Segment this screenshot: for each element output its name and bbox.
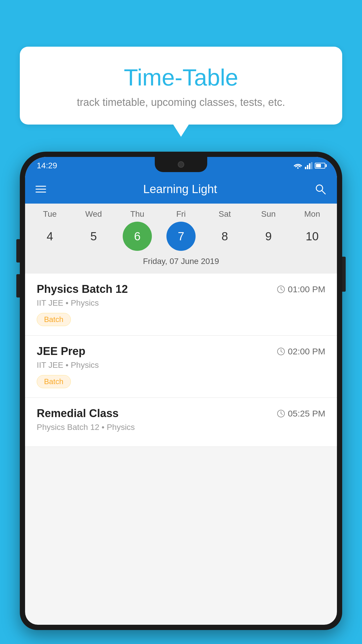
day-thu: Thu bbox=[118, 209, 156, 219]
date-9[interactable]: 9 bbox=[254, 222, 283, 251]
day-tue: Tue bbox=[31, 209, 69, 219]
date-4[interactable]: 4 bbox=[35, 222, 64, 251]
phone-notch bbox=[155, 157, 207, 172]
svg-line-9 bbox=[281, 289, 282, 290]
phone-outer: 14:29 bbox=[20, 152, 342, 630]
svg-line-6 bbox=[322, 190, 325, 194]
calendar-dates: 4 5 6 7 8 9 10 bbox=[25, 222, 337, 254]
schedule-title-2: JEE Prep bbox=[37, 345, 85, 358]
signal-icon bbox=[305, 162, 312, 169]
app-bar-title: Learning Light bbox=[46, 183, 314, 196]
clock-icon-2 bbox=[277, 347, 285, 356]
date-5[interactable]: 5 bbox=[79, 222, 108, 251]
status-icons bbox=[293, 162, 325, 169]
schedule-item-jee-prep[interactable]: JEE Prep 02:00 PM IIT JEE • Physics Batc… bbox=[25, 336, 337, 398]
day-sat: Sat bbox=[206, 209, 244, 219]
schedule-title-1: Physics Batch 12 bbox=[37, 283, 128, 295]
calendar-section: Tue Wed Thu Fri Sat Sun Mon 4 5 6 7 8 9 … bbox=[25, 204, 337, 274]
app-subtitle: track timetable, upcoming classes, tests… bbox=[31, 96, 331, 108]
day-mon: Mon bbox=[293, 209, 331, 219]
svg-point-0 bbox=[297, 167, 299, 169]
app-bar: Learning Light bbox=[25, 174, 337, 204]
speech-bubble-container: Time-Table track timetable, upcoming cla… bbox=[20, 47, 342, 125]
date-10[interactable]: 10 bbox=[298, 222, 327, 251]
schedule-item-header-2: JEE Prep 02:00 PM bbox=[37, 345, 325, 358]
status-time: 14:29 bbox=[37, 161, 57, 170]
wifi-icon bbox=[293, 162, 303, 169]
date-8[interactable]: 8 bbox=[210, 222, 239, 251]
side-button-power bbox=[342, 257, 346, 292]
schedule-time-3: 05:25 PM bbox=[277, 409, 325, 419]
app-title: Time-Table bbox=[31, 64, 331, 91]
batch-badge-1: Batch bbox=[37, 313, 71, 326]
date-6-today[interactable]: 6 bbox=[123, 222, 152, 251]
schedule-list: Physics Batch 12 01:00 PM IIT JEE • Phys… bbox=[25, 274, 337, 447]
calendar-days-header: Tue Wed Thu Fri Sat Sun Mon bbox=[25, 209, 337, 222]
schedule-time-2: 02:00 PM bbox=[277, 346, 325, 356]
day-wed: Wed bbox=[75, 209, 113, 219]
schedule-time-1: 01:00 PM bbox=[277, 284, 325, 294]
date-7-selected[interactable]: 7 bbox=[166, 222, 196, 251]
batch-badge-2: Batch bbox=[37, 375, 71, 388]
schedule-item-header-1: Physics Batch 12 01:00 PM bbox=[37, 283, 325, 295]
battery-icon bbox=[315, 163, 325, 169]
schedule-item-header-3: Remedial Class 05:25 PM bbox=[37, 407, 325, 420]
phone-frame: 14:29 bbox=[20, 152, 342, 644]
schedule-item-remedial[interactable]: Remedial Class 05:25 PM Physics Batch 12… bbox=[25, 398, 337, 447]
side-button-volume-down bbox=[16, 274, 20, 298]
side-button-volume-up bbox=[16, 239, 20, 262]
search-icon[interactable] bbox=[314, 183, 326, 195]
svg-rect-1 bbox=[305, 167, 306, 169]
phone-screen: 14:29 bbox=[25, 157, 337, 625]
camera bbox=[178, 161, 184, 168]
speech-bubble: Time-Table track timetable, upcoming cla… bbox=[20, 47, 342, 125]
schedule-subtitle-3: Physics Batch 12 • Physics bbox=[37, 423, 325, 432]
schedule-item-physics-batch[interactable]: Physics Batch 12 01:00 PM IIT JEE • Phys… bbox=[25, 274, 337, 336]
svg-rect-3 bbox=[309, 163, 310, 169]
hamburger-menu-icon[interactable] bbox=[36, 186, 46, 192]
schedule-subtitle-1: IIT JEE • Physics bbox=[37, 298, 325, 308]
svg-rect-2 bbox=[307, 165, 308, 169]
schedule-subtitle-2: IIT JEE • Physics bbox=[37, 360, 325, 370]
svg-line-15 bbox=[281, 414, 282, 414]
selected-date-label: Friday, 07 June 2019 bbox=[25, 254, 337, 271]
day-fri: Fri bbox=[162, 209, 200, 219]
clock-icon-3 bbox=[277, 410, 285, 418]
day-sun: Sun bbox=[249, 209, 287, 219]
clock-icon-1 bbox=[277, 285, 285, 293]
svg-rect-4 bbox=[311, 162, 312, 169]
svg-line-12 bbox=[281, 351, 282, 352]
schedule-title-3: Remedial Class bbox=[37, 407, 119, 420]
